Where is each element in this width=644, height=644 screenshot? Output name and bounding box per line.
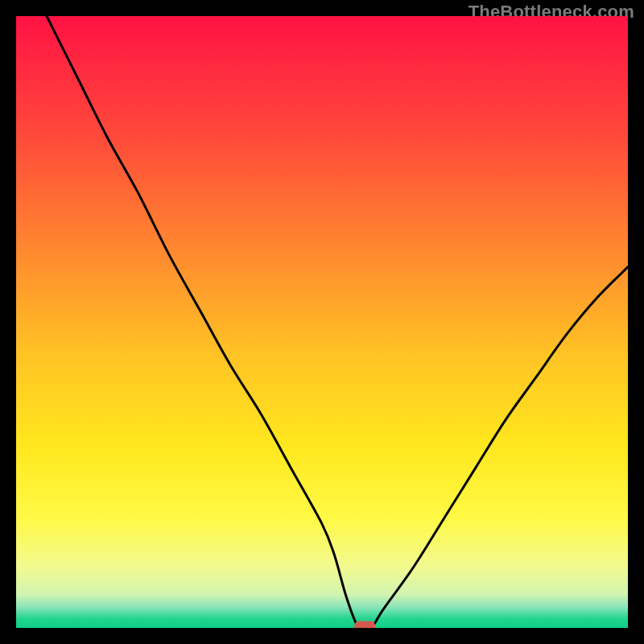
bottleneck-chart [16, 16, 628, 628]
chart-frame: TheBottleneck.com [0, 0, 644, 644]
gradient-background [16, 16, 628, 628]
plot-area [16, 16, 628, 628]
optimal-marker [354, 621, 375, 629]
